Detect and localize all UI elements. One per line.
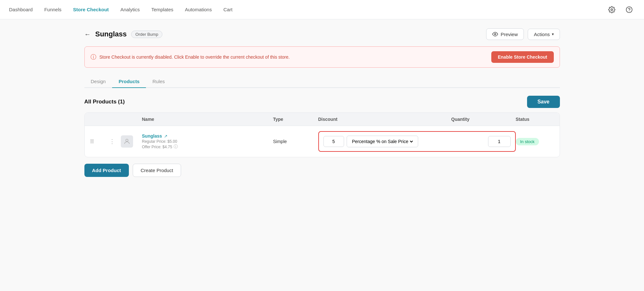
product-name-cell: Sunglass ↗ Regular Price: $5.00 Offer Pr… xyxy=(140,133,273,150)
discount-type-select[interactable]: Percentage % on Sale Price Fixed Amount … xyxy=(351,139,414,144)
nav-item-store-checkout[interactable]: Store Checkout xyxy=(73,5,109,14)
offer-price-info-icon: ⓘ xyxy=(174,144,178,150)
tab-rules[interactable]: Rules xyxy=(146,75,171,88)
actions-label: Actions xyxy=(534,32,550,37)
alert-message: Store Checkout is currently disabled. Cl… xyxy=(100,54,290,60)
preview-label: Preview xyxy=(501,32,518,37)
header-right: Preview Actions ▾ xyxy=(486,28,560,40)
nav-item-funnels[interactable]: Funnels xyxy=(44,5,61,14)
section-title: All Products (1) xyxy=(84,99,125,105)
nav-item-analytics[interactable]: Analytics xyxy=(120,5,140,14)
top-nav: Dashboard Funnels Store Checkout Analyti… xyxy=(0,0,644,19)
alert-message-area: ⓘ Store Checkout is currently disabled. … xyxy=(91,53,290,61)
alert-icon: ⓘ xyxy=(91,53,96,61)
external-link-icon: ↗ xyxy=(164,134,168,139)
enable-store-checkout-button[interactable]: Enable Store Checkout xyxy=(491,51,553,63)
tab-products[interactable]: Products xyxy=(112,75,146,88)
nav-item-dashboard[interactable]: Dashboard xyxy=(9,5,33,14)
alert-banner: ⓘ Store Checkout is currently disabled. … xyxy=(84,46,560,68)
order-bump-badge: Order Bump xyxy=(131,31,162,38)
table-row: ☰ ⋮ Sunglass ↗ Regular Price: $5.00 Offe… xyxy=(85,126,560,157)
nav-right xyxy=(606,4,635,15)
discount-type-dropdown[interactable]: Percentage % on Sale Price Fixed Amount … xyxy=(347,136,418,147)
status-badge: In stock xyxy=(516,138,539,145)
page-header: ← Sunglass Order Bump Preview Actions ▾ xyxy=(84,28,560,40)
back-button[interactable]: ← xyxy=(84,31,91,38)
product-thumbnail xyxy=(121,135,133,148)
header-left: ← Sunglass Order Bump xyxy=(84,30,163,38)
settings-button[interactable] xyxy=(606,4,618,15)
create-product-button[interactable]: Create Product xyxy=(133,164,181,177)
eye-icon xyxy=(492,31,498,37)
discount-section: Percentage % on Sale Price Fixed Amount … xyxy=(323,136,484,147)
tabs: Design Products Rules xyxy=(84,75,560,88)
status-cell: In stock xyxy=(516,138,554,145)
col-status-header: Status xyxy=(516,117,554,122)
product-type: Simple xyxy=(273,139,318,144)
add-product-button[interactable]: Add Product xyxy=(84,164,129,177)
quantity-section xyxy=(488,136,511,147)
nav-item-cart[interactable]: Cart xyxy=(223,5,232,14)
regular-price: Regular Price: $5.00 xyxy=(142,139,273,144)
nav-item-automations[interactable]: Automations xyxy=(185,5,212,14)
products-table: Name Type Discount Quantity Status ☰ ⋮ S xyxy=(84,112,560,157)
col-name-header: Name xyxy=(140,117,273,122)
offer-price: Offer Price: $4.75 xyxy=(142,145,172,149)
section-header: All Products (1) Save xyxy=(84,96,560,108)
col-quantity-header: Quantity xyxy=(451,117,516,122)
svg-point-0 xyxy=(611,9,613,11)
save-button[interactable]: Save xyxy=(527,96,560,108)
preview-button[interactable]: Preview xyxy=(486,28,524,40)
help-button[interactable] xyxy=(623,4,635,15)
nav-item-templates[interactable]: Templates xyxy=(151,5,173,14)
quantity-input[interactable] xyxy=(488,136,511,147)
page-content: ← Sunglass Order Bump Preview Actions ▾ … xyxy=(74,19,570,186)
row-menu-button[interactable]: ⋮ xyxy=(109,138,121,145)
tab-design[interactable]: Design xyxy=(84,75,112,88)
discount-quantity-highlight: Percentage % on Sale Price Fixed Amount … xyxy=(318,131,516,152)
table-header: Name Type Discount Quantity Status xyxy=(85,113,560,126)
product-name-link[interactable]: Sunglass xyxy=(142,133,162,139)
page-title: Sunglass xyxy=(95,30,127,38)
actions-button[interactable]: Actions ▾ xyxy=(528,29,560,40)
col-type-header: Type xyxy=(273,117,318,122)
svg-point-4 xyxy=(126,139,128,141)
col-discount-header: Discount xyxy=(318,117,451,122)
chevron-down-icon: ▾ xyxy=(552,32,554,36)
drag-handle[interactable]: ☰ xyxy=(90,139,109,144)
svg-point-3 xyxy=(495,34,496,35)
discount-value-input[interactable] xyxy=(323,136,344,147)
footer-actions: Add Product Create Product xyxy=(84,164,560,177)
